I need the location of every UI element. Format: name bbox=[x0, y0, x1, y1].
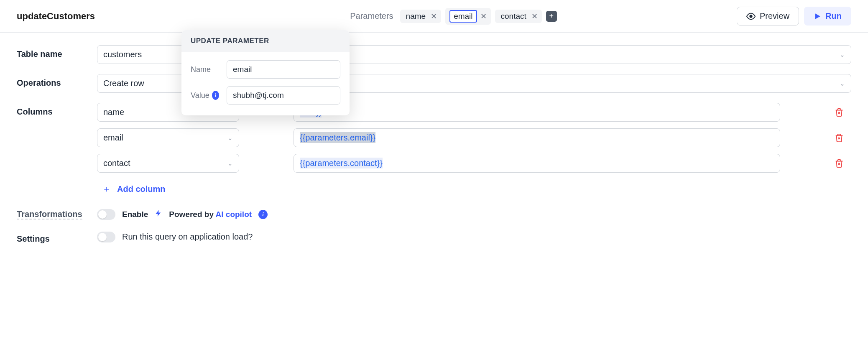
select-value: Create row bbox=[103, 79, 144, 88]
chip-label: email bbox=[449, 10, 477, 23]
popover-value-label: Value i bbox=[191, 91, 219, 100]
param-chip-contact[interactable]: contact ✕ bbox=[495, 10, 542, 23]
eye-icon bbox=[746, 12, 756, 21]
query-title: updateCustomers bbox=[17, 11, 95, 22]
chip-label: name bbox=[404, 12, 428, 21]
update-parameter-popover: UPDATE PARAMETER Name Value i bbox=[181, 30, 350, 115]
popover-name-row: Name bbox=[191, 60, 340, 79]
columns-label: Columns bbox=[17, 103, 87, 117]
add-parameter-button[interactable]: + bbox=[546, 11, 557, 22]
close-icon[interactable]: ✕ bbox=[531, 12, 538, 21]
delete-column-button[interactable] bbox=[835, 108, 851, 117]
header-actions: Preview Run bbox=[737, 7, 851, 26]
popover-value-row: Value i bbox=[191, 86, 340, 105]
param-chip-name[interactable]: name ✕ bbox=[400, 10, 442, 23]
column-name-select[interactable]: email ⌄ bbox=[97, 128, 239, 147]
info-icon[interactable]: i bbox=[258, 210, 268, 219]
header-center: Parameters name ✕ email ✕ contact ✕ + bbox=[177, 8, 730, 25]
table-name-label: Table name bbox=[17, 45, 87, 59]
bolt-icon bbox=[155, 209, 162, 220]
settings-row: Settings Run this query on application l… bbox=[17, 230, 851, 244]
chip-label: contact bbox=[499, 12, 528, 21]
settings-label: Settings bbox=[17, 230, 87, 244]
columns-list: name ame}} email ⌄ {{parameters.email}} bbox=[97, 103, 851, 199]
button-label: Preview bbox=[760, 11, 789, 21]
plus-icon: ＋ bbox=[102, 183, 111, 195]
transformations-label: Transformations bbox=[17, 205, 82, 219]
parameters-label: Parameters bbox=[350, 11, 393, 21]
column-name-select[interactable]: contact ⌄ bbox=[97, 154, 239, 173]
select-value: customers bbox=[103, 50, 142, 59]
param-chip-email[interactable]: email ✕ bbox=[445, 8, 490, 25]
chevron-down-icon: ⌄ bbox=[840, 51, 845, 59]
popover-name-label: Name bbox=[191, 65, 219, 74]
run-on-load-toggle[interactable] bbox=[97, 232, 115, 242]
popover-body: Name Value i bbox=[181, 52, 350, 115]
settings-text: Run this query on application load? bbox=[122, 232, 253, 242]
chevron-down-icon: ⌄ bbox=[227, 160, 233, 167]
header-bar: updateCustomers Parameters name ✕ email … bbox=[0, 0, 868, 33]
popover-name-input[interactable] bbox=[227, 60, 340, 79]
svg-point-0 bbox=[750, 15, 752, 18]
ai-copilot-link[interactable]: AI copilot bbox=[216, 210, 252, 219]
settings-controls: Run this query on application load? bbox=[97, 232, 253, 242]
transformations-controls: Enable Powered by AI copilot i bbox=[97, 209, 268, 220]
preview-button[interactable]: Preview bbox=[737, 7, 799, 26]
delete-column-button[interactable] bbox=[835, 159, 851, 168]
powered-by-text: Powered by AI copilot bbox=[169, 210, 252, 219]
select-value: contact bbox=[103, 158, 130, 168]
delete-column-button[interactable] bbox=[835, 133, 851, 143]
parameter-chips: name ✕ email ✕ contact ✕ + bbox=[400, 8, 557, 25]
enable-label: Enable bbox=[122, 210, 148, 219]
column-row-2: contact ⌄ {{parameters.contact}} bbox=[97, 154, 851, 173]
button-label: Add column bbox=[117, 184, 166, 194]
close-icon[interactable]: ✕ bbox=[431, 12, 437, 21]
enable-transformations-toggle[interactable] bbox=[97, 209, 115, 220]
column-value-input[interactable]: {{parameters.email}} bbox=[294, 128, 780, 147]
table-name-row: Table name customers ⌄ bbox=[17, 45, 851, 64]
transformations-row: Transformations Enable Powered by AI cop… bbox=[17, 209, 851, 220]
chevron-down-icon: ⌄ bbox=[840, 80, 845, 87]
run-button[interactable]: Run bbox=[804, 7, 851, 26]
column-value-input[interactable]: ame}} bbox=[294, 103, 780, 122]
chevron-down-icon: ⌄ bbox=[227, 134, 233, 142]
close-icon[interactable]: ✕ bbox=[480, 12, 487, 21]
button-label: Run bbox=[825, 11, 842, 21]
operations-row: Operations Create row ⌄ bbox=[17, 74, 851, 93]
columns-row: Columns name ame}} email ⌄ {{parameters.… bbox=[17, 103, 851, 199]
column-value-input[interactable]: {{parameters.contact}} bbox=[294, 154, 780, 173]
popover-value-input[interactable] bbox=[227, 86, 340, 105]
add-column-button[interactable]: ＋ Add column bbox=[97, 179, 171, 199]
popover-title: UPDATE PARAMETER bbox=[181, 30, 350, 52]
operations-label: Operations bbox=[17, 74, 87, 88]
select-value: name bbox=[103, 107, 124, 117]
content-area: UPDATE PARAMETER Name Value i Table name… bbox=[0, 33, 868, 266]
column-row-1: email ⌄ {{parameters.email}} bbox=[97, 128, 851, 147]
select-value: email bbox=[103, 133, 123, 143]
play-icon bbox=[814, 13, 821, 20]
info-icon[interactable]: i bbox=[212, 91, 219, 100]
